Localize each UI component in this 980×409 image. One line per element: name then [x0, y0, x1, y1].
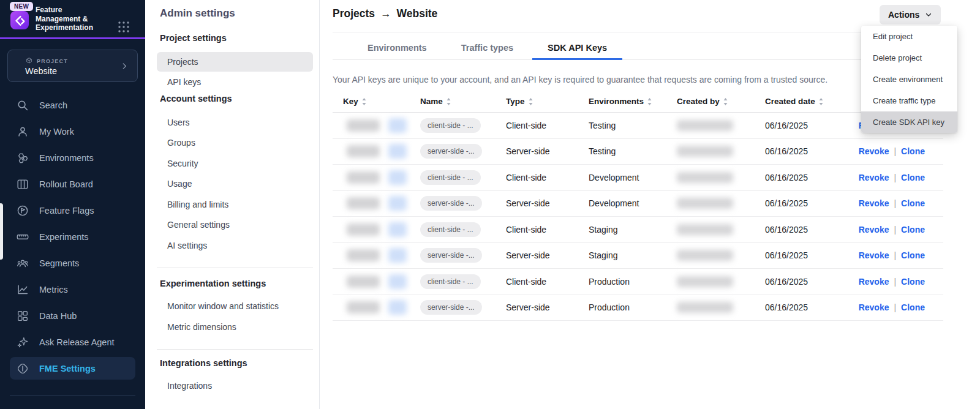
admin-divider	[157, 349, 313, 350]
admin-settings-panel: Admin settings Project settings Projects…	[145, 0, 320, 409]
copy-key-button[interactable]	[388, 118, 407, 133]
sidebar-item-ask-release-agent[interactable]: Ask Release Agent	[0, 329, 145, 355]
revoke-link[interactable]: Revoke	[859, 146, 889, 156]
chevron-right-icon	[120, 62, 129, 70]
clone-link[interactable]: Clone	[901, 225, 925, 235]
menu-item-create-sdk-api-key[interactable]: Create SDK API key	[861, 111, 957, 133]
project-selector[interactable]: PROJECT Website	[7, 50, 138, 82]
primary-sidebar: NEW Feature Management & Experimentation…	[0, 0, 145, 409]
column-header-created-date[interactable]: Created date	[765, 97, 852, 106]
clone-link[interactable]: Clone	[901, 250, 925, 260]
breadcrumb-arrow-icon: →	[380, 7, 391, 20]
admin-item-projects[interactable]: Projects	[157, 52, 313, 72]
admin-settings-title: Admin settings	[160, 7, 319, 21]
project-eyebrow-label: PROJECT	[37, 58, 68, 64]
drawer-handle[interactable]	[0, 203, 3, 260]
cell-type: Client-side	[506, 173, 589, 182]
redacted-created-by	[677, 198, 733, 209]
table-row: client-side - ... Client-side Production…	[333, 269, 943, 295]
admin-item-usage[interactable]: Usage	[167, 174, 319, 195]
sidebar-item-search[interactable]: Search	[0, 92, 145, 118]
copy-key-button[interactable]	[388, 248, 407, 263]
sidebar-item-feature-flags[interactable]: Feature Flags	[0, 197, 145, 223]
cube-icon	[25, 57, 33, 65]
sidebar-item-fme-settings[interactable]: FME Settings	[10, 357, 135, 380]
section-experimentation-settings: Experimentation settings	[160, 277, 319, 290]
redacted-key	[347, 119, 380, 132]
admin-item-users[interactable]: Users	[167, 112, 319, 133]
cell-type: Client-side	[506, 277, 589, 287]
cell-type: Server-side	[506, 250, 589, 260]
app-title: Feature Management & Experimentation	[36, 6, 114, 32]
redacted-created-by	[677, 224, 733, 235]
redacted-created-by	[677, 250, 733, 261]
admin-item-metric-dimensions[interactable]: Metric dimensions	[167, 317, 319, 337]
menu-item-create-traffic-type[interactable]: Create traffic type	[861, 90, 957, 111]
revoke-link[interactable]: Revoke	[859, 277, 889, 287]
redacted-key	[347, 223, 380, 236]
breadcrumb-projects[interactable]: Projects	[333, 7, 375, 20]
copy-key-button[interactable]	[388, 274, 407, 289]
clone-link[interactable]: Clone	[901, 198, 925, 208]
data-hub-grid-icon	[16, 309, 29, 323]
revoke-link[interactable]: Revoke	[859, 225, 889, 235]
copy-key-button[interactable]	[388, 196, 407, 211]
sidebar-item-experiments[interactable]: Experiments	[0, 223, 145, 250]
revoke-link[interactable]: Revoke	[859, 302, 889, 312]
admin-item-groups[interactable]: Groups	[167, 133, 319, 154]
cell-type: Client-side	[506, 225, 589, 235]
column-header-created-by[interactable]: Created by	[677, 97, 765, 106]
chevron-down-icon	[925, 11, 932, 18]
redacted-created-by	[677, 172, 733, 183]
line-chart-icon	[16, 283, 29, 296]
admin-item-integrations[interactable]: Integrations	[167, 376, 319, 397]
menu-item-edit-project[interactable]: Edit project	[861, 26, 957, 47]
redacted-key	[347, 171, 380, 184]
sidebar-item-environments[interactable]: Environments	[0, 144, 145, 171]
menu-item-create-environment[interactable]: Create environment	[861, 69, 957, 90]
clone-link[interactable]: Clone	[901, 146, 925, 156]
key-name-chip: client-side - ...	[420, 222, 481, 237]
copy-key-button[interactable]	[388, 144, 407, 159]
revoke-link[interactable]: Revoke	[859, 173, 889, 182]
copy-key-button[interactable]	[388, 300, 407, 315]
column-header-type[interactable]: Type	[506, 97, 589, 106]
tab-traffic-types[interactable]: Traffic types	[446, 37, 529, 60]
sidebar-item-data-hub[interactable]: Data Hub	[0, 302, 145, 329]
sdk-api-keys-table: Key Name Type Environments Created by Cr…	[333, 91, 943, 321]
menu-item-delete-project[interactable]: Delete project	[861, 47, 957, 69]
revoke-link[interactable]: Revoke	[859, 250, 889, 260]
admin-item-api-keys[interactable]: API keys	[167, 72, 319, 92]
redacted-created-by	[677, 276, 733, 287]
admin-item-security[interactable]: Security	[167, 153, 319, 174]
admin-item-general-settings[interactable]: General settings	[167, 215, 319, 236]
column-header-name[interactable]: Name	[420, 97, 506, 106]
admin-item-ai-settings[interactable]: AI settings	[167, 235, 319, 256]
clone-link[interactable]: Clone	[901, 302, 925, 312]
copy-key-button[interactable]	[388, 170, 407, 185]
copy-key-button[interactable]	[388, 222, 407, 237]
redacted-key	[347, 197, 380, 209]
tab-environments[interactable]: Environments	[352, 37, 442, 60]
main-content: Projects → Website Environments Traffic …	[320, 0, 980, 409]
column-header-environments[interactable]: Environments	[589, 97, 677, 106]
revoke-link[interactable]: Revoke	[859, 198, 889, 208]
sidebar-item-my-work[interactable]: My Work	[0, 118, 145, 144]
table-row: server-side -... Server-side Development…	[333, 191, 943, 217]
sort-icon	[647, 98, 652, 105]
sidebar-item-metrics[interactable]: Metrics	[0, 276, 145, 302]
column-header-key[interactable]: Key	[333, 97, 420, 106]
cell-created-date: 06/16/2025	[765, 173, 852, 182]
admin-item-monitor-window[interactable]: Monitor window and statistics	[167, 296, 319, 317]
clone-link[interactable]: Clone	[901, 173, 925, 182]
cell-created-date: 06/16/2025	[765, 302, 852, 312]
actions-button[interactable]: Actions	[880, 5, 941, 24]
section-account-settings: Account settings	[160, 92, 319, 105]
app-switcher-grid-icon[interactable]	[117, 20, 130, 34]
key-name-chip: server-side -...	[420, 144, 482, 159]
tab-sdk-api-keys[interactable]: SDK API Keys	[532, 37, 622, 60]
clone-link[interactable]: Clone	[901, 277, 925, 287]
admin-item-billing-and-limits[interactable]: Billing and limits	[167, 194, 319, 215]
sidebar-item-rollout-board[interactable]: Rollout Board	[0, 171, 145, 197]
sidebar-item-segments[interactable]: Segments	[0, 250, 145, 276]
